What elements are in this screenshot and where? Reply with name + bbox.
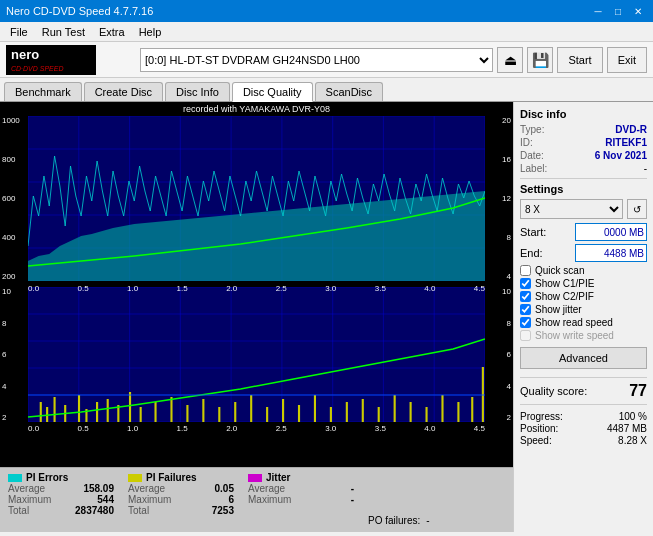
advanced-button[interactable]: Advanced [520, 347, 647, 369]
tab-disc-info[interactable]: Disc Info [165, 82, 230, 101]
bottom-y-axis-left: 10 8 6 4 2 [0, 287, 28, 422]
show-write-speed-label: Show write speed [535, 330, 614, 341]
settings-title: Settings [520, 183, 647, 195]
menu-extra[interactable]: Extra [93, 24, 131, 40]
top-y-axis-left: 1000 800 600 400 200 [0, 116, 28, 281]
jitter-label: Jitter [266, 472, 290, 483]
date-value: 6 Nov 2021 [595, 150, 647, 161]
menu-bar: File Run Test Extra Help [0, 22, 653, 42]
nero-logo-icon: nero CD·DVD SPEED [6, 45, 96, 75]
top-chart-svg [28, 116, 485, 281]
drive-select[interactable]: [0:0] HL-DT-ST DVDRAM GH24NSD0 LH00 [140, 48, 493, 72]
quality-score-value: 77 [629, 382, 647, 400]
jitter-avg-label: Average [248, 483, 285, 494]
id-label: ID: [520, 137, 533, 148]
show-c2pif-label: Show C2/PIF [535, 291, 594, 302]
pi-failures-label: PI Failures [146, 472, 197, 483]
close-button[interactable]: ✕ [629, 2, 647, 20]
start-field-label: Start: [520, 226, 546, 238]
pi-failures-color [128, 474, 142, 482]
end-field-label: End: [520, 247, 543, 259]
show-jitter-label: Show jitter [535, 304, 582, 315]
jitter-max-label: Maximum [248, 494, 291, 505]
svg-text:CD·DVD SPEED: CD·DVD SPEED [11, 65, 64, 72]
type-label: Type: [520, 124, 544, 135]
po-failures-section: PO failures: - [368, 472, 434, 528]
bottom-chart-svg [28, 287, 485, 422]
date-label: Date: [520, 150, 544, 161]
tab-scan-disc[interactable]: ScanDisc [315, 82, 383, 101]
menu-file[interactable]: File [4, 24, 34, 40]
show-c2pif-checkbox[interactable] [520, 291, 531, 302]
position-label: Position: [520, 423, 558, 434]
pi-errors-total-label: Total [8, 505, 29, 516]
pi-failures-total-label: Total [128, 505, 149, 516]
pi-errors-avg-label: Average [8, 483, 45, 494]
po-failures-label: PO failures: [368, 515, 420, 526]
divider-2 [520, 377, 647, 378]
pi-failures-avg-label: Average [128, 483, 165, 494]
start-field[interactable] [575, 223, 647, 241]
toolbar: nero CD·DVD SPEED [0:0] HL-DT-ST DVDRAM … [0, 42, 653, 78]
type-value: DVD-R [615, 124, 647, 135]
pi-errors-label: PI Errors [26, 472, 68, 483]
window-title: Nero CD-DVD Speed 4.7.7.16 [6, 5, 153, 17]
start-button[interactable]: Start [557, 47, 602, 73]
jitter-color [248, 474, 262, 482]
progress-section: Progress: 100 % Position: 4487 MB Speed:… [520, 411, 647, 446]
pi-failures-max-label: Maximum [128, 494, 171, 505]
quality-score-label: Quality score: [520, 385, 587, 397]
bottom-legend: PI Errors Average 158.09 Maximum 544 Tot… [0, 467, 513, 532]
tab-disc-quality[interactable]: Disc Quality [232, 82, 313, 102]
position-val: 4487 MB [607, 423, 647, 434]
tab-benchmark[interactable]: Benchmark [4, 82, 82, 101]
show-read-speed-checkbox[interactable] [520, 317, 531, 328]
progress-label: Progress: [520, 411, 563, 422]
speed-select[interactable]: 8 X Maximum 1 X 2 X 4 X 16 X [520, 199, 623, 219]
pi-errors-legend: PI Errors Average 158.09 Maximum 544 Tot… [8, 472, 118, 528]
pi-failures-avg-val: 0.05 [215, 483, 234, 494]
show-c1pie-checkbox[interactable] [520, 278, 531, 289]
speed-val: 8.28 X [618, 435, 647, 446]
quick-scan-checkbox[interactable] [520, 265, 531, 276]
jitter-max-val: - [351, 494, 354, 505]
show-write-speed-checkbox [520, 330, 531, 341]
window-controls: ─ □ ✕ [589, 2, 647, 20]
save-button[interactable]: 💾 [527, 47, 553, 73]
pi-failures-total-val: 7253 [212, 505, 234, 516]
pi-errors-color [8, 474, 22, 482]
chart-area: recorded with YAMAKAWA DVR-Y08 [0, 102, 513, 467]
divider-1 [520, 178, 647, 179]
top-y-axis-right: 20 16 12 8 4 [485, 116, 513, 281]
end-field[interactable] [575, 244, 647, 262]
logo: nero CD·DVD SPEED [6, 45, 136, 75]
minimize-button[interactable]: ─ [589, 2, 607, 20]
exit-button[interactable]: Exit [607, 47, 647, 73]
maximize-button[interactable]: □ [609, 2, 627, 20]
pi-errors-max-val: 544 [97, 494, 114, 505]
title-bar: Nero CD-DVD Speed 4.7.7.16 ─ □ ✕ [0, 0, 653, 22]
quick-scan-label: Quick scan [535, 265, 584, 276]
refresh-button[interactable]: ↺ [627, 199, 647, 219]
show-jitter-checkbox[interactable] [520, 304, 531, 315]
eject-button[interactable]: ⏏ [497, 47, 523, 73]
pi-failures-max-val: 6 [228, 494, 234, 505]
jitter-avg-val: - [351, 483, 354, 494]
bottom-y-axis-right: 10 8 6 4 2 [485, 287, 513, 422]
po-failures-val: - [426, 515, 429, 526]
tabs: Benchmark Create Disc Disc Info Disc Qua… [0, 78, 653, 102]
pi-errors-total-val: 2837480 [75, 505, 114, 516]
show-c1pie-label: Show C1/PIE [535, 278, 594, 289]
main-content: recorded with YAMAKAWA DVR-Y08 [0, 102, 653, 532]
progress-val: 100 % [619, 411, 647, 422]
menu-help[interactable]: Help [133, 24, 168, 40]
disc-label-value: - [644, 163, 647, 174]
speed-label: Speed: [520, 435, 552, 446]
menu-run-test[interactable]: Run Test [36, 24, 91, 40]
tab-create-disc[interactable]: Create Disc [84, 82, 163, 101]
svg-text:nero: nero [11, 47, 39, 62]
id-value: RITEKF1 [605, 137, 647, 148]
disc-label-label: Label: [520, 163, 547, 174]
pi-errors-avg-val: 158.09 [83, 483, 114, 494]
jitter-legend: Jitter Average - Maximum - [248, 472, 358, 528]
